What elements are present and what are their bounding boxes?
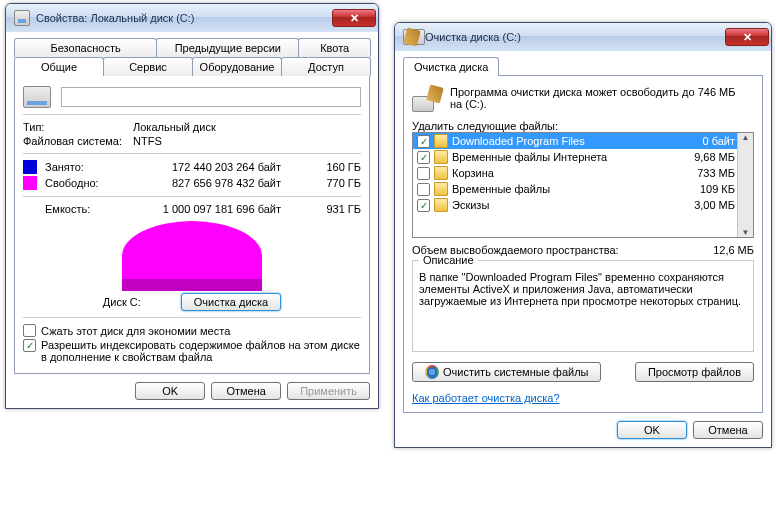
used-human: 160 ГБ [301,161,361,173]
free-bytes: 827 656 978 432 байт [115,177,301,189]
scrollbar[interactable] [737,133,753,237]
volume-label-input[interactable] [61,87,361,107]
tabs-row-top: Безопасность Предыдущие версии Квота [14,38,370,57]
item-size: 9,68 МБ [694,151,735,163]
compress-checkbox[interactable] [23,324,36,337]
item-checkbox[interactable] [417,167,430,180]
window-title: Очистка диска (C:) [425,31,725,43]
free-color-swatch [23,176,37,190]
tab-security[interactable]: Безопасность [14,38,157,57]
description-text: В папке "Downloaded Program Files" време… [419,271,747,307]
used-label: Занято: [45,161,115,173]
cleanup-icon-large [412,86,442,112]
window-title: Свойства: Локальный диск (C:) [36,12,332,24]
titlebar[interactable]: Свойства: Локальный диск (C:) ✕ [6,4,378,32]
cancel-button[interactable]: Отмена [211,382,281,400]
item-label: Временные файлы Интернета [452,151,694,163]
description-legend: Описание [419,254,478,266]
total-value: 12,6 МБ [713,244,754,256]
folder-icon [434,150,448,164]
description-group: Описание В папке "Downloaded Program Fil… [412,260,754,352]
tab-quota[interactable]: Квота [298,38,371,57]
folder-icon [434,182,448,196]
item-size: 109 КБ [700,183,735,195]
file-list[interactable]: ✓Downloaded Program Files0 байт✓Временны… [412,132,754,238]
item-checkbox[interactable]: ✓ [417,199,430,212]
capacity-label: Емкость: [23,203,115,215]
usage-pie-chart [122,221,262,291]
tab-tools[interactable]: Сервис [103,57,193,76]
clean-system-files-button[interactable]: Очистить системные файлы [412,362,601,382]
tab-hardware[interactable]: Оборудование [192,57,282,76]
item-label: Downloaded Program Files [452,135,702,147]
item-checkbox[interactable] [417,183,430,196]
free-label: Свободно: [45,177,115,189]
item-size: 3,00 МБ [694,199,735,211]
capacity-bytes: 1 000 097 181 696 байт [115,203,301,215]
fs-value: NTFS [133,135,361,147]
item-size: 0 байт [702,135,735,147]
free-human: 770 ГБ [301,177,361,189]
item-checkbox[interactable]: ✓ [417,135,430,148]
drive-icon [14,10,30,26]
used-color-swatch [23,160,37,174]
cleanup-icon [403,29,419,45]
index-label: Разрешить индексировать содержимое файло… [41,339,361,363]
disk-caption: Диск C: [103,296,141,308]
tab-sharing[interactable]: Доступ [281,57,371,76]
capacity-human: 931 ГБ [301,203,361,215]
item-label: Корзина [452,167,697,179]
how-it-works-link[interactable]: Как работает очистка диска? [412,392,560,404]
type-label: Тип: [23,121,133,133]
list-item[interactable]: ✓Временные файлы Интернета9,68 МБ [413,149,753,165]
intro-line1: Программа очистки диска может освободить… [450,86,754,98]
tab-previous-versions[interactable]: Предыдущие версии [156,38,299,57]
folder-icon [434,198,448,212]
titlebar[interactable]: Очистка диска (C:) ✕ [395,23,771,51]
item-label: Временные файлы [452,183,700,195]
list-item[interactable]: ✓Эскизы3,00 МБ [413,197,753,213]
type-value: Локальный диск [133,121,361,133]
used-bytes: 172 440 203 264 байт [115,161,301,173]
list-item[interactable]: Корзина733 МБ [413,165,753,181]
apply-button[interactable]: Применить [287,382,370,400]
filelist-label: Удалить следующие файлы: [412,120,754,132]
cancel-button[interactable]: Отмена [693,421,763,439]
ok-button[interactable]: OK [135,382,205,400]
folder-icon [434,166,448,180]
compress-label: Сжать этот диск для экономии места [41,325,230,337]
drive-icon-large [23,86,51,108]
tab-general[interactable]: Общие [14,57,104,76]
close-button[interactable]: ✕ [332,9,376,27]
folder-icon [434,134,448,148]
fs-label: Файловая система: [23,135,133,147]
shield-icon [425,365,439,379]
index-checkbox[interactable] [23,339,36,352]
intro-line2: на (C:). [450,98,754,110]
tab-disk-cleanup[interactable]: Очистка диска [403,57,499,76]
item-label: Эскизы [452,199,694,211]
item-checkbox[interactable]: ✓ [417,151,430,164]
list-item[interactable]: ✓Downloaded Program Files0 байт [413,133,753,149]
item-size: 733 МБ [697,167,735,179]
list-item[interactable]: Временные файлы109 КБ [413,181,753,197]
tabs-row-bottom: Общие Сервис Оборудование Доступ [14,57,370,76]
disk-cleanup-button[interactable]: Очистка диска [181,293,281,311]
close-button[interactable]: ✕ [725,28,769,46]
ok-button[interactable]: OK [617,421,687,439]
view-files-button[interactable]: Просмотр файлов [635,362,754,382]
